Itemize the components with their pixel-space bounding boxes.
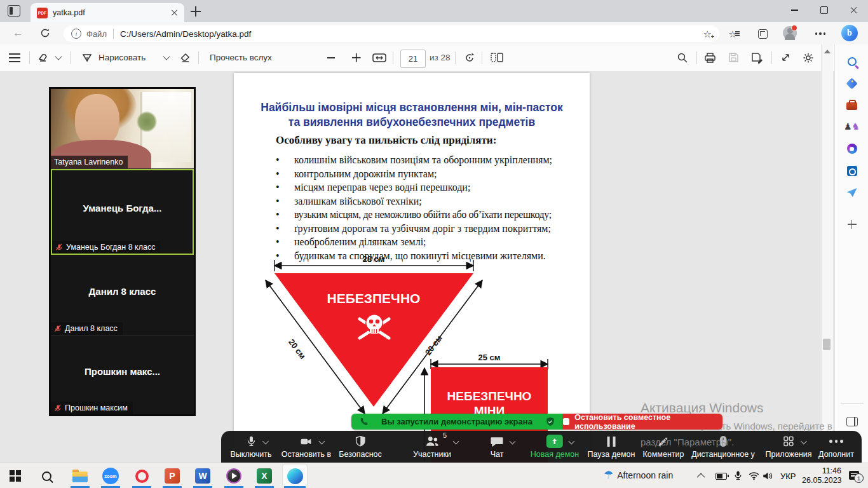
add-favorite-icon[interactable]: ☆+ xyxy=(703,29,712,39)
file-explorer-icon[interactable] xyxy=(69,467,91,485)
excel-icon[interactable]: X xyxy=(254,467,275,485)
media-player-icon[interactable] xyxy=(223,467,245,485)
tray-mic-icon[interactable] xyxy=(734,470,742,484)
sidebar-search-icon[interactable] xyxy=(835,52,868,71)
start-button[interactable] xyxy=(4,467,26,485)
highlighter-dropdown-icon[interactable] xyxy=(55,53,62,60)
draw-pen-icon[interactable] xyxy=(81,52,93,64)
clock[interactable]: 11:46 26.05.2023 xyxy=(802,466,841,485)
notification-center-icon[interactable]: 1 xyxy=(849,471,859,480)
annotate-button[interactable]: Комментир xyxy=(643,434,684,459)
sidebar-add-icon[interactable] xyxy=(835,215,868,234)
remote-control-button[interactable]: Дистанционное у xyxy=(691,434,755,459)
document-title-line2: та виявлення вибухонебезпечних предметів xyxy=(234,115,590,130)
sidebar-drop-icon[interactable] xyxy=(835,183,868,202)
screen-sharing-banner: Вы запустили демонстрацию экрана xyxy=(351,414,563,430)
browser-menu-icon[interactable] xyxy=(811,25,830,43)
page-view-icon[interactable] xyxy=(491,52,503,64)
taskbar-search-icon[interactable] xyxy=(36,467,57,485)
participants-icon xyxy=(424,435,440,448)
participant-tile[interactable]: Прошкин макс... Прошкин максим xyxy=(51,336,194,414)
weather-widget[interactable]: ☂ Afternoon rain xyxy=(604,468,673,482)
draw-label[interactable]: Нарисовать xyxy=(98,53,146,62)
window-minimize-button[interactable] xyxy=(780,0,809,20)
bing-chat-icon[interactable]: b xyxy=(841,25,858,41)
chat-button[interactable]: Чат xyxy=(490,434,504,459)
collections-icon[interactable] xyxy=(753,25,772,43)
sidebar-split-screen-icon[interactable] xyxy=(835,412,868,431)
stop-icon xyxy=(563,418,569,425)
zoom-in-icon[interactable] xyxy=(352,53,359,60)
profile-avatar[interactable] xyxy=(783,26,797,40)
sidebar-games-icon[interactable]: ♟♞ xyxy=(835,117,868,136)
stop-sharing-button[interactable]: Остановить совместное использование xyxy=(563,414,722,430)
stop-sharing-label: Остановить совместное использование xyxy=(574,413,722,431)
mute-button[interactable]: Выключить xyxy=(230,434,271,459)
opera-icon[interactable] xyxy=(131,467,153,485)
sidebar-tools-icon[interactable] xyxy=(835,95,868,114)
window-close-button[interactable] xyxy=(839,0,868,20)
chat-chevron-icon[interactable] xyxy=(510,438,516,445)
participants-chevron-icon[interactable] xyxy=(453,438,459,445)
powerpoint-icon[interactable]: P xyxy=(161,467,183,485)
sharing-banner-text: Вы запустили демонстрацию экрана xyxy=(369,417,545,426)
favorites-icon[interactable]: ☆ xyxy=(724,25,743,43)
pdf-settings-gear-icon[interactable] xyxy=(803,52,814,64)
security-shield-icon[interactable] xyxy=(545,417,555,427)
new-share-button[interactable]: Новая демон xyxy=(531,434,579,459)
participant-video-tile[interactable]: Tatyana Lavrinenko xyxy=(51,89,194,169)
fullscreen-icon[interactable] xyxy=(780,52,791,63)
language-indicator[interactable]: УКР xyxy=(780,471,796,481)
pause-share-button[interactable]: Пауза демон xyxy=(588,434,635,459)
pdf-toolbar: Нарисовать Прочесть вслух из 28 xyxy=(0,44,834,72)
window-restore-button[interactable] xyxy=(810,0,839,20)
sidebar-shopping-icon[interactable] xyxy=(835,74,868,93)
sidebar-microsoft365-icon[interactable] xyxy=(835,139,868,158)
video-options-chevron-icon[interactable] xyxy=(319,438,325,445)
fit-to-width-icon[interactable] xyxy=(372,53,386,63)
search-document-icon[interactable] xyxy=(677,52,688,64)
read-aloud-label[interactable]: Прочесть вслух xyxy=(210,53,272,62)
muted-mic-icon xyxy=(55,243,63,251)
rotate-icon[interactable] xyxy=(464,52,475,64)
tray-expand-icon[interactable] xyxy=(699,473,705,479)
tab-title: yatka.pdf xyxy=(53,8,170,17)
security-button[interactable]: Безопаснос xyxy=(339,434,382,459)
print-icon[interactable] xyxy=(704,52,716,64)
scrollbar-thumb[interactable] xyxy=(823,339,831,350)
eraser-icon[interactable] xyxy=(179,52,191,64)
tab-close-icon[interactable] xyxy=(170,9,178,17)
draw-dropdown-icon[interactable] xyxy=(163,53,170,60)
pdf-scrollbar[interactable] xyxy=(821,44,833,463)
sidebar-outlook-icon[interactable] xyxy=(835,161,868,180)
back-icon[interactable]: ← xyxy=(13,27,24,39)
save-icon[interactable] xyxy=(728,52,739,63)
page-info-icon[interactable]: i xyxy=(71,29,81,39)
refresh-icon[interactable] xyxy=(40,28,50,38)
zoom-app-icon[interactable]: zoom xyxy=(100,467,121,485)
word-icon[interactable]: W xyxy=(192,467,214,485)
page-number-input[interactable] xyxy=(400,50,426,68)
participant-tile[interactable]: Данил 8 класс Данил 8 класс xyxy=(51,255,194,336)
new-tab-button[interactable] xyxy=(191,6,201,17)
more-button[interactable]: Дополнит xyxy=(818,434,854,459)
tab-yatka-pdf[interactable]: PDF yatka.pdf xyxy=(31,3,184,22)
save-as-icon[interactable] xyxy=(751,52,763,64)
stop-video-button[interactable]: Остановить в xyxy=(281,434,331,459)
wifi-icon[interactable] xyxy=(749,471,759,483)
edge-app-icon[interactable] xyxy=(284,467,306,485)
apps-chevron-icon[interactable] xyxy=(801,438,807,445)
mute-options-chevron-icon[interactable] xyxy=(262,438,269,445)
zoom-out-icon[interactable] xyxy=(327,57,335,58)
battery-icon[interactable] xyxy=(715,473,727,480)
table-of-contents-icon[interactable] xyxy=(9,53,20,62)
share-chevron-icon[interactable] xyxy=(569,438,575,445)
address-input[interactable]: i Файл C:/Users/Admin/Desktop/yatka.pdf … xyxy=(64,25,719,42)
scrollbar-up-icon[interactable] xyxy=(824,50,831,53)
tab-actions-icon[interactable] xyxy=(8,5,20,17)
volume-icon[interactable] xyxy=(763,471,773,483)
apps-button[interactable]: Приложения xyxy=(765,434,811,459)
highlighter-icon[interactable] xyxy=(37,52,49,64)
participants-button[interactable]: 5 Участники xyxy=(413,434,451,459)
participant-tile[interactable]: Уманець Богда... Уманець Богдан 8 класс xyxy=(51,169,194,255)
